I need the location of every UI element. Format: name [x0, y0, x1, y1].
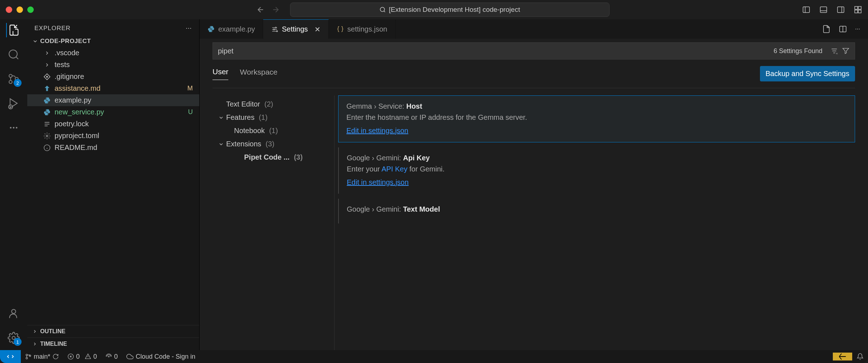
accounts-icon[interactable]: [6, 306, 21, 321]
setting-description: Enter the hostname or IP address for the…: [346, 113, 847, 122]
search-icon: [379, 6, 386, 13]
warning-icon: [85, 353, 91, 360]
timeline-section[interactable]: TIMELINE: [27, 338, 199, 350]
tab-label: Settings: [282, 25, 308, 33]
remote-button[interactable]: [0, 350, 21, 363]
setting-Host[interactable]: Gemma › Service: HostEnter the hostname …: [338, 95, 855, 142]
svg-point-16: [11, 310, 15, 314]
source-control-icon[interactable]: 2: [6, 72, 21, 86]
notifications-icon[interactable]: [852, 353, 868, 360]
toc-Text-Editor[interactable]: Text Editor(2): [216, 98, 331, 111]
branch-status[interactable]: main*: [21, 353, 63, 360]
close-icon[interactable]: ✕: [314, 25, 321, 34]
toc-Notebook[interactable]: Notebook(1): [216, 124, 331, 137]
edit-in-json-link[interactable]: Edit in settings.json: [346, 127, 408, 135]
file-new-service-py[interactable]: new_service.py U: [27, 106, 199, 118]
setting-name: Host: [406, 102, 422, 110]
toc-count: (1): [259, 113, 267, 122]
editor-tabs: example.py Settings ✕ settings.json ⋯: [200, 19, 868, 39]
svg-point-21: [275, 27, 276, 28]
chevron-right-icon: [32, 329, 37, 334]
svg-point-15: [16, 127, 18, 129]
toc-Extensions[interactable]: Extensions(3): [216, 137, 331, 151]
file-icon: [43, 85, 51, 92]
file-label: poetry.lock: [55, 120, 195, 128]
clear-filter-icon[interactable]: [830, 47, 838, 55]
edit-in-json-link[interactable]: Edit in settings.json: [347, 178, 409, 186]
svg-point-0: [381, 7, 385, 11]
file-example-py[interactable]: example.py: [27, 94, 199, 106]
svg-point-23: [276, 30, 277, 32]
maximize-window-button[interactable]: [27, 6, 34, 13]
file-label: README.md: [55, 143, 195, 152]
setting-name: Api Key: [403, 154, 430, 162]
setting-Text-Model[interactable]: Google › Gemini: Text Model: [338, 199, 855, 223]
tab-settings-json[interactable]: settings.json: [329, 19, 396, 39]
svg-rect-2: [820, 7, 827, 13]
chevron-down-icon: [218, 115, 224, 121]
toc-Features[interactable]: Features(1): [216, 111, 331, 124]
problems-status[interactable]: 0 0: [63, 353, 101, 360]
search-icon[interactable]: [6, 47, 21, 62]
project-header[interactable]: CODE-PROJECT: [27, 36, 199, 47]
tab-Settings[interactable]: Settings ✕: [263, 19, 328, 39]
outline-section[interactable]: OUTLINE: [27, 325, 199, 338]
toggle-secondary-sidebar-icon[interactable]: [836, 5, 845, 14]
file--vscode[interactable]: .vscode: [27, 47, 199, 59]
toc-Pipet-Code----[interactable]: Pipet Code ...(3): [216, 151, 331, 164]
debug-icon[interactable]: [6, 96, 21, 110]
scope-workspace-tab[interactable]: Workspace: [240, 68, 277, 80]
api-key-link[interactable]: API Key: [382, 165, 407, 173]
cloud-code-status[interactable]: Cloud Code - Sign in: [122, 353, 200, 360]
nav-forward-icon[interactable]: [271, 5, 280, 14]
manage-icon[interactable]: 1: [6, 331, 21, 345]
toc-count: (3): [294, 153, 303, 161]
more-icon[interactable]: ⋯: [855, 26, 860, 32]
toggle-primary-sidebar-icon[interactable]: [802, 5, 811, 14]
file--gitignore[interactable]: .gitignore: [27, 71, 199, 82]
backup-sync-button[interactable]: Backup and Sync Settings: [760, 66, 855, 81]
split-editor-icon[interactable]: [839, 25, 847, 33]
minimize-window-button[interactable]: [17, 6, 23, 13]
file-assistance-md[interactable]: assistance.md M: [27, 82, 199, 94]
file-icon: [43, 50, 51, 56]
close-window-button[interactable]: [6, 6, 12, 13]
settings-search-input[interactable]: [218, 47, 774, 55]
file-icon: [43, 144, 51, 151]
tab-example-py[interactable]: example.py: [200, 19, 263, 39]
svg-point-26: [26, 354, 28, 356]
setting-Api-Key[interactable]: Google › Gemini: Api KeyEnter your API K…: [338, 147, 855, 194]
svg-point-14: [13, 127, 15, 129]
filter-icon[interactable]: [842, 47, 850, 55]
svg-point-18: [46, 76, 47, 77]
svg-point-22: [274, 29, 275, 30]
branch-name: main*: [34, 353, 50, 360]
more-icon[interactable]: [6, 121, 21, 135]
toc-count: (2): [264, 100, 273, 108]
sync-icon: [52, 353, 59, 360]
explorer-icon[interactable]: [6, 23, 20, 37]
file-poetry-lock[interactable]: poetry.lock: [27, 118, 199, 130]
branch-icon: [25, 353, 32, 360]
scope-user-tab[interactable]: User: [213, 67, 228, 80]
file-README-md[interactable]: README.md: [27, 142, 199, 154]
toggle-panel-icon[interactable]: [819, 5, 828, 14]
radio-icon: [106, 353, 112, 360]
setting-scope: Google › Gemini:: [347, 205, 403, 213]
toc-label: Text Editor: [226, 100, 260, 108]
file-icon: [43, 121, 51, 128]
ports-status[interactable]: 0: [101, 353, 122, 360]
more-icon[interactable]: ⋯: [186, 24, 192, 32]
file-tests[interactable]: tests: [27, 59, 199, 71]
file-icon: [43, 109, 51, 116]
tab-label: example.py: [218, 25, 255, 33]
customize-layout-icon[interactable]: [854, 5, 862, 14]
tab-icon: [271, 26, 278, 33]
file-pyproject-toml[interactable]: pyproject.toml: [27, 130, 199, 142]
open-changes-icon[interactable]: [822, 25, 831, 33]
setting-description: Enter your API Key for Gemini.: [347, 165, 847, 173]
settings-toc: Text Editor(2)Features(1)Notebook(1)Exte…: [213, 95, 335, 350]
command-center[interactable]: [Extension Development Host] code-projec…: [290, 3, 610, 17]
nav-back-icon[interactable]: [256, 5, 265, 14]
prettier-status[interactable]: [833, 353, 852, 360]
